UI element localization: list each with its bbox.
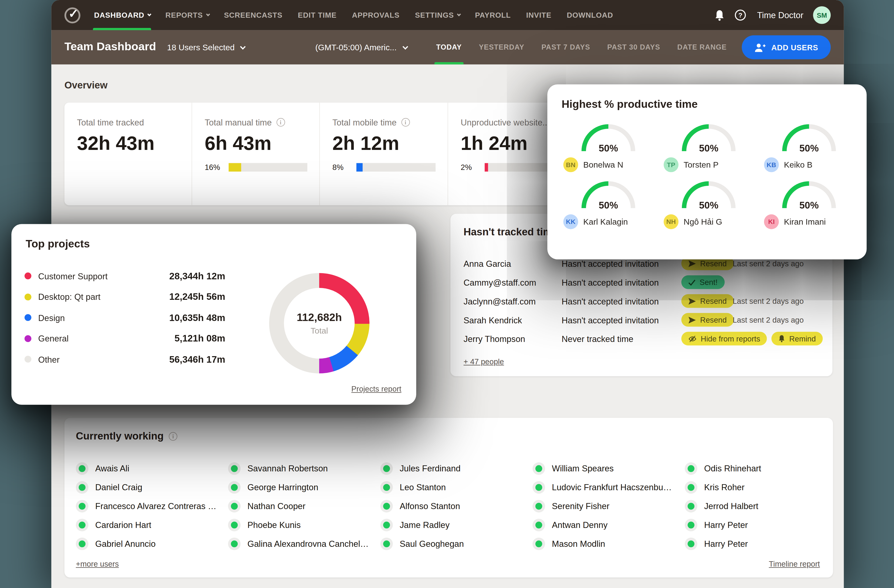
list-item[interactable]: Jerrod Halbert: [685, 496, 837, 516]
users-selected-dropdown[interactable]: 18 Users Selected: [167, 43, 245, 52]
nav-approvals[interactable]: APPROVALS: [352, 0, 400, 30]
remind-button[interactable]: Remind: [772, 332, 823, 345]
legend-row[interactable]: General 5,121h 08m: [24, 332, 225, 345]
nav-reports[interactable]: REPORTS: [165, 0, 208, 30]
gauge-card[interactable]: 50% KI Kiran Imani: [760, 180, 859, 237]
resend-button[interactable]: Resend: [681, 294, 734, 308]
list-item[interactable]: Harry Peter: [685, 516, 837, 534]
notifications-bell-icon[interactable]: [714, 9, 725, 21]
list-item[interactable]: Gabriel Anuncio: [76, 534, 228, 553]
card-percent: 16%: [205, 163, 222, 172]
nav-download[interactable]: DOWNLOAD: [567, 0, 613, 30]
more-users-link[interactable]: +more users: [76, 560, 119, 568]
list-item[interactable]: Saul Geoghegan: [380, 534, 532, 553]
info-icon[interactable]: i: [401, 118, 410, 127]
list-item[interactable]: Odis Rhinehart: [685, 459, 837, 478]
timedoctor-logo-icon[interactable]: ✓: [65, 7, 80, 23]
nav-screencasts[interactable]: SCREENCASTS: [224, 0, 282, 30]
currently-working-title: Currently working: [76, 430, 164, 442]
online-status-icon: [685, 481, 697, 493]
online-status-icon: [76, 519, 89, 531]
legend-row[interactable]: Design 10,635h 48m: [24, 311, 225, 324]
gauge-card[interactable]: 50% KK Karl Kalagin: [559, 180, 658, 237]
nav-download-label: DOWNLOAD: [567, 11, 613, 20]
gauge-user-name: Kiran Imani: [784, 217, 826, 226]
last-sent-note: Last sent 2 days ago: [732, 316, 804, 324]
help-icon[interactable]: ?: [734, 9, 746, 21]
avatar: BN: [563, 157, 578, 172]
card-total-manual-time: Total manual timei 6h 43m 16%: [192, 103, 320, 205]
worker-name: Saul Geoghegan: [400, 539, 464, 549]
tab-today[interactable]: TODAY: [428, 30, 470, 65]
dashboard-header: Team Dashboard 18 Users Selected (GMT-05…: [51, 30, 844, 65]
nav-settings[interactable]: SETTINGS: [415, 0, 459, 30]
info-icon[interactable]: i: [169, 432, 177, 441]
legend-row[interactable]: Desktop: Qt part 12,245h 56m: [24, 291, 225, 303]
progress-fill: [485, 163, 488, 172]
list-item[interactable]: William Speares: [532, 459, 685, 478]
list-item[interactable]: Harry Peter: [685, 534, 837, 553]
list-item[interactable]: Jame Radley: [380, 516, 532, 534]
user-name: Jerry Thompson: [464, 334, 525, 344]
user-avatar[interactable]: SM: [813, 6, 831, 24]
legend-row[interactable]: Customer Support 28,344h 12m: [24, 270, 225, 282]
list-item[interactable]: Kris Roher: [685, 478, 837, 496]
card-label: Unproductive website...: [461, 117, 550, 127]
donut-chart: 112,682h Total: [269, 273, 370, 373]
tab-yesterday[interactable]: YESTERDAY: [470, 30, 533, 65]
info-icon[interactable]: i: [276, 118, 285, 127]
gauge-card[interactable]: 50% KB Keiko B: [760, 123, 859, 180]
online-status-icon: [532, 481, 545, 493]
worker-name: Ludovic Frankfurt Hacszenbu…: [552, 482, 672, 492]
worker-name: William Speares: [552, 463, 614, 473]
list-item[interactable]: Ludovic Frankfurt Hacszenbu…: [532, 478, 685, 496]
online-status-icon: [76, 500, 89, 513]
tab-yesterday-label: YESTERDAY: [479, 43, 524, 51]
avatar: KB: [764, 157, 779, 172]
gauge-card[interactable]: 50% BN Bonelwa N: [559, 123, 658, 180]
last-sent-note: Last sent 2 days ago: [732, 297, 804, 306]
project-name: Design: [38, 313, 65, 323]
more-people-link[interactable]: + 47 people: [464, 357, 504, 366]
projects-report-link[interactable]: Projects report: [351, 385, 402, 394]
nav-edit-time[interactable]: EDIT TIME: [298, 0, 337, 30]
list-item[interactable]: Galina Alexandrovna Canchel…: [228, 534, 381, 553]
list-item[interactable]: Savannah Robertson: [228, 459, 381, 478]
worker-name: Harry Peter: [704, 539, 748, 549]
tab-past-7-days[interactable]: PAST 7 DAYS: [533, 30, 599, 65]
nav-payroll[interactable]: PAYROLL: [475, 0, 511, 30]
add-users-button[interactable]: ADD USERS: [742, 35, 831, 59]
card-percent: 8%: [332, 163, 349, 172]
gauge-card[interactable]: 50% NH Ngô Hải G: [659, 180, 758, 237]
list-item[interactable]: Mason Modlin: [532, 534, 685, 553]
worker-name: Phoebe Kunis: [248, 520, 301, 529]
list-item[interactable]: Alfonso Stanton: [380, 496, 532, 516]
chevron-down-icon: [402, 44, 408, 49]
resend-button[interactable]: Resend: [681, 313, 734, 327]
list-item[interactable]: Awais Ali: [76, 459, 228, 478]
gauge-card[interactable]: 50% TP Torsten P: [659, 123, 758, 180]
list-item[interactable]: Antwan Denny: [532, 516, 685, 534]
timeline-report-link[interactable]: Timeline report: [769, 560, 820, 568]
list-item[interactable]: Francesco Alvarez Contreras …: [76, 496, 228, 516]
list-item[interactable]: Phoebe Kunis: [228, 516, 381, 534]
user-status: Hasn't accepted invitation: [562, 278, 658, 288]
tab-date-range[interactable]: DATE RANGE: [669, 30, 735, 65]
tab-today-label: TODAY: [436, 43, 462, 51]
list-item[interactable]: Cardarion Hart: [76, 516, 228, 534]
list-item[interactable]: Leo Stanton: [380, 478, 532, 496]
tab-past-30-days[interactable]: PAST 30 DAYS: [599, 30, 669, 65]
hide-from-reports-button[interactable]: Hide from reports: [681, 332, 767, 345]
sent-button[interactable]: Sent!: [681, 275, 725, 289]
list-item[interactable]: Jules Ferdinand: [380, 459, 532, 478]
nav-dashboard[interactable]: DASHBOARD: [94, 0, 150, 30]
nav-invite[interactable]: INVITE: [526, 0, 551, 30]
list-item[interactable]: Serenity Fisher: [532, 496, 685, 516]
tab-date-range-label: DATE RANGE: [677, 43, 726, 51]
send-icon: [688, 260, 696, 267]
list-item[interactable]: Daniel Craig: [76, 478, 228, 496]
list-item[interactable]: Nathan Cooper: [228, 496, 381, 516]
timezone-dropdown[interactable]: (GMT-05:00) Americ...: [315, 43, 406, 52]
list-item[interactable]: George Harrington: [228, 478, 381, 496]
legend-row[interactable]: Other 56,346h 17m: [24, 353, 225, 365]
